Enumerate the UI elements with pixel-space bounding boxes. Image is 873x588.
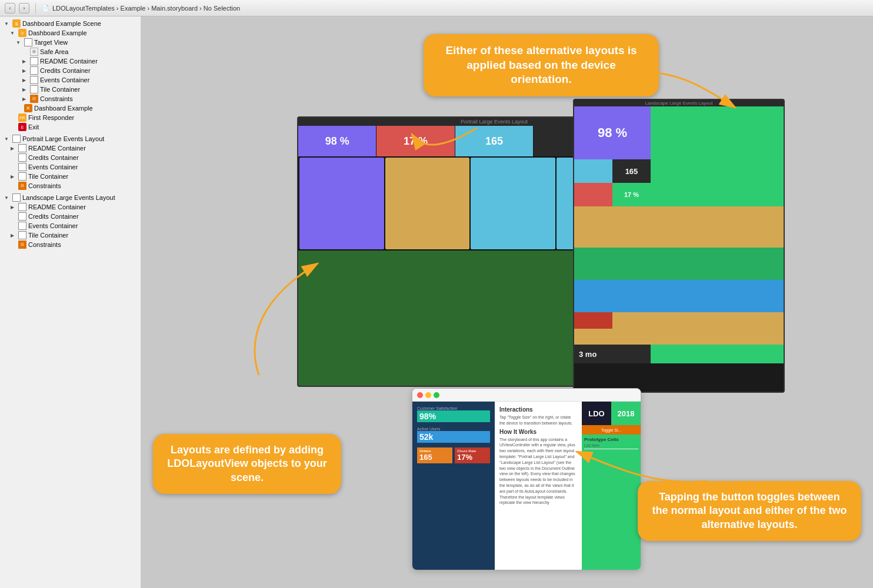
- sidebar-label-16: Tile Container: [28, 173, 68, 180]
- sidebar-item-l-events[interactable]: Events Container: [0, 221, 141, 230]
- sidebar-label-23: Constraints: [28, 241, 61, 248]
- ls-footer: 3 mo: [574, 345, 784, 363]
- annotation-br-text: Tapping the button toggles between the n…: [652, 491, 847, 530]
- main-area: S Dashboard Example Scene V Dashboard Ex…: [0, 16, 873, 588]
- sm-csat-value: 98%: [417, 410, 490, 422]
- small-mockup: Customer Satisfaction 98% Active Users 5…: [412, 388, 641, 570]
- ls-blue: [574, 159, 612, 183]
- landscape-mockup: Landscape Large Events Layout 98 % 165: [573, 99, 785, 393]
- sidebar: S Dashboard Example Scene V Dashboard Ex…: [0, 16, 141, 588]
- tile-purple: [299, 158, 384, 249]
- sidebar-item-constraints[interactable]: ⊟ Constraints: [0, 94, 141, 103]
- ls-98-cell: 98 %: [574, 106, 651, 159]
- sidebar-label-12: Portrait Large Events Layout: [22, 135, 104, 142]
- exit2-icon: E: [18, 123, 26, 131]
- sidebar-item-p-tile[interactable]: Tile Container: [0, 172, 141, 181]
- fr-icon: FR: [18, 113, 26, 122]
- ls-sb-left: [574, 312, 612, 345]
- expand-icon: [2, 193, 11, 202]
- annotation-top-text: Either of these alternative layouts is a…: [445, 44, 637, 85]
- sidebar-item-l-constraints[interactable]: ⊟ Constraints: [0, 240, 141, 249]
- canvas: Portrait Large Events Layout 98 % 17 % 1…: [141, 16, 873, 588]
- view-icon: [18, 203, 26, 211]
- view-icon: [30, 57, 38, 65]
- back-button[interactable]: ‹: [5, 3, 15, 14]
- ls-17-text: 17 %: [624, 191, 639, 198]
- sm-rp-top: LDO 2018: [582, 402, 641, 425]
- sidebar-item-portrait-layout[interactable]: Portrait Large Events Layout: [0, 134, 141, 143]
- sidebar-item-safe-area[interactable]: ⊞ Safe Area: [0, 47, 141, 56]
- breadcrumb-sep-2: ›: [199, 5, 204, 12]
- spacer: [8, 123, 16, 131]
- sidebar-label-7: Tile Container: [40, 86, 80, 93]
- sidebar-item-landscape-layout[interactable]: Landscape Large Events Layout: [0, 193, 141, 202]
- sidebar-item-p-credits[interactable]: Credits Container: [0, 153, 141, 162]
- sidebar-item-p-constraints[interactable]: ⊟ Constraints: [0, 181, 141, 191]
- sidebar-item-first-responder[interactable]: FR First Responder: [0, 113, 141, 122]
- exit-icon: ✕: [24, 104, 32, 112]
- sidebar-label-10: First Responder: [28, 114, 74, 121]
- view-icon: [30, 66, 38, 75]
- annotation-bl-text: Layouts are defined by adding LDOLayoutV…: [167, 444, 327, 483]
- ls-footer-green: [651, 345, 784, 363]
- sidebar-item-dashboard-example[interactable]: V Dashboard Example: [0, 28, 141, 38]
- sidebar-label-15: Events Container: [28, 163, 78, 171]
- breadcrumb-item-2: Main.storyboard: [151, 5, 198, 12]
- sidebar-item-readme[interactable]: README Container: [0, 56, 141, 66]
- sidebar-item-target-view[interactable]: Target View: [0, 38, 141, 47]
- sm-right-panel: LDO 2018 Toggle Si... Prototype Cells Li…: [582, 402, 641, 570]
- expand-icon: [8, 29, 16, 37]
- sidebar-item-p-events[interactable]: Events Container: [0, 162, 141, 172]
- sm-body: Customer Satisfaction 98% Active Users 5…: [412, 402, 641, 570]
- sidebar-item-exit-2[interactable]: E Exit: [0, 122, 141, 132]
- sm-toggle-bar[interactable]: Toggle Si...: [582, 425, 641, 435]
- sidebar-label-6: Events Container: [40, 76, 89, 83]
- breadcrumb: LDOLayoutTemplates › Example › Main.stor…: [52, 5, 240, 12]
- sidebar-item-l-tile[interactable]: Tile Container: [0, 230, 141, 240]
- view-icon: [18, 144, 26, 152]
- spacer: [8, 163, 16, 171]
- sm-min-dot: [425, 392, 431, 398]
- spacer: [8, 113, 16, 122]
- landscape-label-bar: Landscape Large Events Layout: [574, 100, 784, 106]
- tile-teal: [471, 158, 555, 249]
- expand-icon: [20, 66, 28, 75]
- sidebar-label-2: Target View: [34, 39, 68, 46]
- view-icon: [18, 153, 26, 162]
- ls-top: 98 %: [574, 106, 784, 159]
- sidebar-item-scene[interactable]: S Dashboard Example Scene: [0, 19, 141, 28]
- sidebar-label-18: Landscape Large Events Layout: [22, 194, 115, 201]
- sidebar-item-tile[interactable]: Tile Container: [0, 85, 141, 94]
- sidebar-item-l-credits[interactable]: Credits Container: [0, 212, 141, 221]
- sidebar-item-p-readme[interactable]: README Container: [0, 143, 141, 153]
- sidebar-item-credits[interactable]: Credits Container: [0, 66, 141, 75]
- expand-icon: [2, 19, 11, 28]
- sidebar-item-l-readme[interactable]: README Container: [0, 202, 141, 212]
- ls-sb-red: [574, 312, 612, 329]
- ph-cell-2: 17 %: [376, 126, 455, 156]
- toolbar-separator: [35, 3, 36, 14]
- expand-icon: [8, 231, 16, 239]
- toolbar: ‹ › 📄 LDOLayoutTemplates › Example › Mai…: [0, 0, 873, 16]
- sidebar-item-events[interactable]: Events Container: [0, 75, 141, 85]
- breadcrumb-item-1: Example: [121, 5, 146, 12]
- sidebar-label-8: Constraints: [40, 95, 73, 102]
- sidebar-item-exit[interactable]: ✕ Dashboard Example: [0, 103, 141, 113]
- view-icon: [30, 76, 38, 84]
- sm-list-item-text: List Item: [584, 443, 599, 447]
- ls-top-green: [651, 106, 784, 159]
- sm-csat-label: Customer Satisfaction: [417, 406, 490, 410]
- expand-icon: [20, 95, 28, 103]
- sm-year: 2018: [611, 402, 641, 425]
- view-icon: [12, 135, 21, 143]
- view-icon: [18, 163, 26, 171]
- sm-ldo: LDO: [582, 402, 611, 425]
- annotation-bottom-left: Layouts are defined by adding LDOLayoutV…: [153, 434, 341, 494]
- spacer: [20, 48, 28, 56]
- sm-list-item: List Item: [584, 442, 638, 449]
- ls-red: [574, 183, 612, 206]
- sidebar-label-13: README Container: [28, 145, 86, 152]
- forward-button[interactable]: ›: [19, 3, 29, 14]
- sm-max-dot: [434, 392, 439, 398]
- ls-blue-section: [574, 280, 784, 312]
